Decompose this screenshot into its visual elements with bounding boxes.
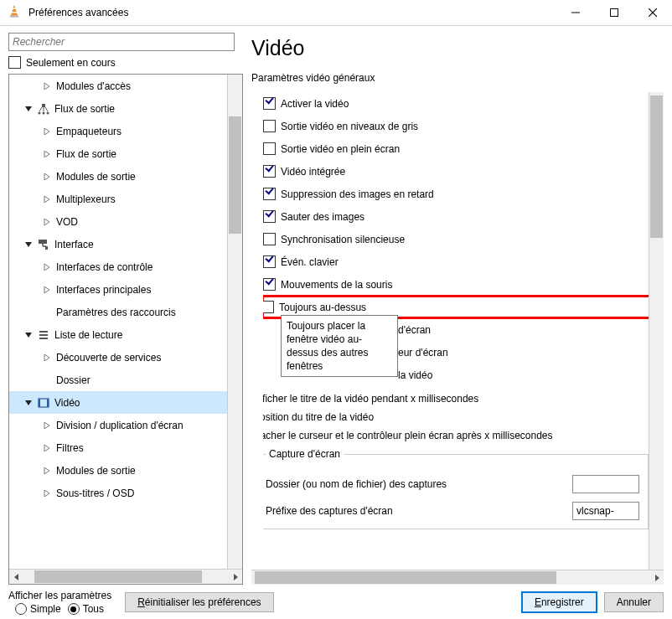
tooltip: Toujours placer la fenêtre vidéo au-dess… bbox=[281, 315, 398, 377]
scroll-right-icon[interactable] bbox=[649, 570, 664, 585]
chevron-down-icon[interactable] bbox=[23, 397, 34, 409]
option-label: Suppression des images en retard bbox=[281, 188, 434, 200]
tree-horizontal-scrollbar[interactable] bbox=[9, 569, 242, 584]
option-row: Sauter des images bbox=[263, 205, 649, 228]
option-row: Vidéo intégrée bbox=[263, 160, 649, 183]
svg-rect-18 bbox=[45, 246, 48, 250]
option-label: d'écran bbox=[398, 324, 431, 336]
tree-item[interactable]: Sous-titres / OSD bbox=[9, 482, 227, 504]
chevron-right-icon[interactable] bbox=[41, 126, 53, 137]
vlc-icon bbox=[7, 4, 23, 21]
close-button[interactable] bbox=[633, 0, 672, 25]
minimize-button[interactable] bbox=[556, 0, 595, 25]
chevron-right-icon[interactable] bbox=[41, 193, 53, 205]
tree-item[interactable]: Division / duplication d'écran bbox=[9, 414, 227, 436]
chevron-right-icon[interactable] bbox=[41, 284, 53, 296]
content-horizontal-scrollbar[interactable] bbox=[251, 570, 664, 585]
tree-item[interactable]: Interface bbox=[9, 233, 227, 255]
scroll-right-icon[interactable] bbox=[228, 570, 242, 584]
tree-item-label: Modules de sortie bbox=[56, 465, 136, 477]
tree-item-label: Multiplexeurs bbox=[56, 193, 116, 205]
tree-item[interactable]: Vidéo bbox=[9, 391, 227, 414]
tree-item-label: Interfaces de contrôle bbox=[56, 261, 152, 273]
option-row: Suppression des images en retard bbox=[263, 183, 649, 205]
tree-item[interactable]: Modules d'accès bbox=[9, 75, 227, 97]
option-checkbox[interactable] bbox=[263, 188, 276, 200]
option-label: Synchronisation silencieuse bbox=[281, 234, 405, 245]
chevron-down-icon[interactable] bbox=[23, 239, 34, 250]
section-label: Paramètres vidéo généraux bbox=[251, 72, 664, 84]
tree-item[interactable]: Modules de sortie bbox=[9, 459, 227, 482]
folder-input[interactable] bbox=[572, 475, 639, 493]
tree-item[interactable]: Interfaces principales bbox=[9, 278, 227, 301]
option-checkbox[interactable] bbox=[263, 142, 276, 155]
chevron-down-icon[interactable] bbox=[23, 103, 34, 115]
option-row: Mouvements de la souris bbox=[263, 273, 649, 296]
chevron-right-icon[interactable] bbox=[41, 487, 53, 499]
search-input[interactable] bbox=[8, 33, 235, 51]
tree-item[interactable]: Multiplexeurs bbox=[9, 188, 227, 210]
chevron-right-icon[interactable] bbox=[41, 216, 53, 228]
chevron-down-icon[interactable] bbox=[23, 329, 34, 341]
option-checkbox[interactable] bbox=[263, 255, 276, 268]
tree-item[interactable]: Modules de sortie bbox=[9, 165, 227, 188]
content-vertical-scrollbar[interactable] bbox=[649, 92, 664, 570]
tree-item[interactable]: VOD bbox=[9, 210, 227, 233]
option-checkbox[interactable] bbox=[263, 165, 276, 178]
tree-item[interactable]: Flux de sortie bbox=[9, 97, 227, 120]
chevron-right-icon[interactable] bbox=[41, 465, 53, 477]
tree-item-label: Flux de sortie bbox=[54, 103, 115, 115]
option-checkbox[interactable] bbox=[263, 233, 276, 245]
tree-item-label: Découverte de services bbox=[56, 352, 161, 364]
reset-button[interactable]: Réinitialiser les préférences bbox=[125, 592, 273, 612]
option-label: Sortie vidéo en plein écran bbox=[281, 143, 400, 155]
tree-spacer bbox=[41, 307, 53, 318]
option-checkbox[interactable] bbox=[263, 301, 274, 313]
option-checkbox[interactable] bbox=[263, 97, 276, 110]
radio-simple[interactable] bbox=[15, 603, 27, 615]
tree-item[interactable]: Dossier bbox=[9, 369, 227, 391]
paint-icon bbox=[38, 239, 49, 250]
tree-item[interactable]: Flux de sortie bbox=[9, 142, 227, 165]
option-checkbox[interactable] bbox=[263, 278, 276, 291]
tree-item[interactable]: Découverte de services bbox=[9, 346, 227, 369]
tree-item[interactable]: Interfaces de contrôle bbox=[9, 255, 227, 278]
category-tree[interactable]: Modules d'accèsFlux de sortieEmpaqueteur… bbox=[8, 74, 243, 585]
option-checkbox[interactable] bbox=[263, 120, 276, 132]
tree-item[interactable]: Filtres bbox=[9, 436, 227, 459]
radio-tous-label: Tous bbox=[83, 603, 104, 615]
cancel-button[interactable]: Annuler bbox=[604, 592, 664, 612]
option-checkbox[interactable] bbox=[263, 210, 276, 223]
tree-item-label: Interfaces principales bbox=[56, 284, 151, 296]
tree-item[interactable]: Empaqueteurs bbox=[9, 120, 227, 142]
svg-rect-3 bbox=[10, 16, 19, 18]
tree-item[interactable]: Liste de lecture bbox=[9, 323, 227, 346]
tree-vertical-scrollbar[interactable] bbox=[227, 75, 242, 570]
chevron-right-icon[interactable] bbox=[41, 80, 53, 92]
chevron-right-icon[interactable] bbox=[41, 148, 53, 160]
chevron-right-icon[interactable] bbox=[41, 171, 53, 183]
tree-item-label: Interface bbox=[54, 239, 94, 250]
option-label: Toujours au-dessus bbox=[279, 302, 366, 313]
only-current-checkbox[interactable] bbox=[8, 56, 21, 69]
option-label: Vidéo intégrée bbox=[281, 166, 345, 178]
tree-item[interactable]: Paramètres des raccourcis bbox=[9, 301, 227, 323]
footer: Afficher les paramètres Simple Tous Réin… bbox=[0, 585, 672, 619]
svg-rect-8 bbox=[42, 104, 45, 107]
maximize-button[interactable] bbox=[595, 0, 633, 25]
chevron-right-icon[interactable] bbox=[41, 352, 53, 364]
chevron-right-icon[interactable] bbox=[41, 261, 53, 273]
prefix-input[interactable] bbox=[572, 502, 639, 520]
save-button[interactable]: Enregistrer bbox=[521, 591, 597, 613]
tree-item-label: Modules de sortie bbox=[56, 171, 136, 183]
svg-rect-2 bbox=[12, 12, 17, 13]
tree-item-label: Liste de lecture bbox=[54, 329, 122, 341]
radio-tous[interactable] bbox=[68, 603, 80, 615]
scroll-left-icon[interactable] bbox=[9, 570, 23, 584]
chevron-right-icon[interactable] bbox=[41, 420, 53, 431]
option-label: Évén. clavier bbox=[281, 256, 339, 268]
chevron-right-icon[interactable] bbox=[41, 442, 53, 454]
svg-rect-5 bbox=[611, 9, 618, 17]
svg-line-9 bbox=[39, 107, 42, 111]
window-title: Préférences avancées bbox=[28, 7, 556, 18]
